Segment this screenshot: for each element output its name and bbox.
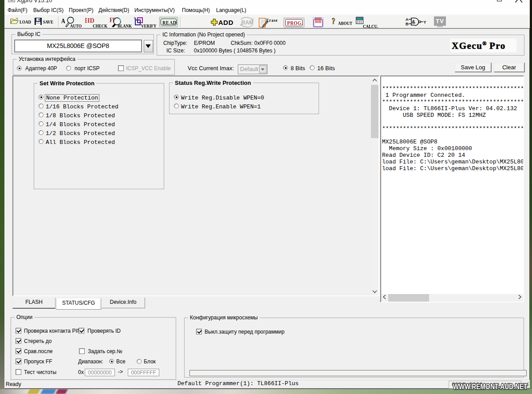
svg-text:B: B xyxy=(406,22,409,26)
svg-text:Y: Y xyxy=(424,20,426,24)
svg-text:&: & xyxy=(412,19,415,24)
svg-text:A: A xyxy=(406,17,409,22)
svg-text:RAM: RAM xyxy=(241,20,253,26)
